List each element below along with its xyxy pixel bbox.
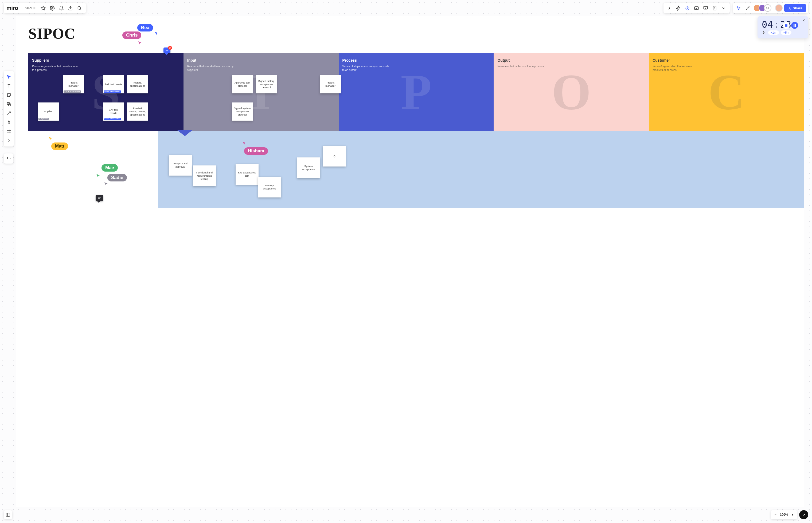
notifications-icon[interactable] [57, 4, 65, 12]
titlebar: miro SIPOC [4, 3, 86, 13]
col-customer[interactable]: C Customer Person/organization that rece… [649, 53, 804, 131]
board-title[interactable]: SIPOC [23, 6, 38, 10]
sticky-note[interactable]: Pre-FAT results, testers, specifications [127, 103, 148, 121]
svg-rect-12 [6, 513, 10, 516]
sticky-note[interactable]: Approved test protocol [232, 75, 253, 93]
zoom-value[interactable]: 100% [779, 513, 789, 517]
sticky-note[interactable]: Project manager [320, 75, 341, 93]
zoom-in-button[interactable]: + [790, 511, 795, 519]
undo-panel [4, 154, 13, 164]
sticky-note[interactable]: FAT test resultsSolver critical defect [103, 75, 124, 93]
voting-icon[interactable] [693, 4, 701, 12]
svg-point-0 [52, 7, 53, 9]
svg-point-6 [789, 7, 790, 8]
undo-button[interactable] [4, 155, 13, 162]
col-output[interactable]: O Output Resource that is the result of … [494, 53, 649, 131]
pen-tool[interactable] [4, 118, 13, 127]
cursor-chris: Chris [122, 32, 141, 39]
cursor-bea: Bea [137, 24, 153, 32]
board-canvas[interactable]: SIPOC Bea Chris Matt Mae Sadie Hisham 2 … [16, 16, 804, 507]
close-icon[interactable]: × [801, 18, 806, 23]
collaborator-avatars[interactable]: 12 [753, 4, 772, 12]
timer-widget[interactable]: × 04:23 +1m +5m [758, 16, 808, 38]
comment-marker[interactable]: 2 [163, 48, 170, 53]
sticky-note[interactable]: Supllier1–5 phases [38, 103, 59, 121]
more-icon[interactable] [720, 4, 728, 12]
sticky-note[interactable]: Functional and requirements testing [193, 165, 216, 186]
timer-add-1m[interactable]: +1m [768, 31, 779, 35]
export-icon[interactable] [66, 4, 74, 12]
timer-stop-button[interactable] [783, 22, 790, 29]
zoom-controls: − 100% + [771, 510, 797, 519]
sticky-note[interactable]: Site acceptance test [236, 164, 259, 185]
page-title: SIPOC [28, 25, 75, 42]
sticky-note[interactable]: SAT test resultsSolver critical defect [103, 103, 124, 121]
bottom-right: − 100% + ? [771, 510, 808, 519]
shape-tool[interactable] [4, 100, 13, 109]
timer-icon[interactable] [684, 4, 691, 12]
svg-rect-10 [7, 103, 10, 105]
timer-pause-button[interactable] [791, 22, 798, 29]
step-2[interactable] [374, 131, 589, 208]
svg-rect-3 [695, 6, 698, 10]
sticky-note[interactable]: Signed factory acceptance protocol [256, 75, 277, 93]
bolt-icon[interactable] [675, 4, 682, 12]
current-user-avatar[interactable] [775, 4, 783, 12]
col-process[interactable]: P Process Series of steps where an input… [339, 53, 494, 131]
comment-count: 2 [168, 46, 172, 50]
zoom-out-button[interactable]: − [773, 511, 778, 519]
step-3[interactable] [589, 131, 804, 208]
sound-icon[interactable] [762, 31, 766, 35]
svg-point-1 [78, 6, 81, 10]
sticky-note[interactable]: System acceptance [297, 158, 320, 178]
collab-panel: 12 Share [733, 3, 808, 13]
sticky-note[interactable]: IQ [323, 146, 346, 166]
process-arrow-icon [177, 130, 192, 136]
follow-cursor-icon[interactable] [735, 4, 743, 12]
search-icon[interactable] [75, 4, 83, 12]
svg-rect-11 [8, 104, 11, 106]
sticky-note[interactable]: Signed system acceptance protocol [232, 103, 253, 121]
collapse-icon[interactable] [666, 4, 673, 12]
help-button[interactable]: ? [799, 510, 808, 519]
sticky-note[interactable]: Project manager1, 2, 3, 4, 5–8 phases [63, 75, 84, 93]
facilitation-panel [663, 3, 730, 13]
present-icon[interactable] [702, 4, 709, 12]
settings-icon[interactable] [48, 4, 56, 12]
svg-rect-9 [795, 24, 796, 27]
text-tool[interactable] [4, 82, 13, 90]
sticky-note[interactable]: Test protocol approval [169, 155, 192, 176]
avatar-overflow-count[interactable]: 12 [764, 4, 772, 12]
line-tool[interactable] [4, 109, 13, 118]
cursor-sadie: Sadie [107, 174, 127, 181]
more-tools[interactable] [4, 136, 13, 145]
svg-rect-7 [785, 24, 788, 27]
star-icon[interactable] [39, 4, 47, 12]
frame-tool[interactable] [4, 127, 13, 136]
cursor-mae: Mae [102, 164, 118, 172]
svg-rect-8 [794, 24, 794, 27]
comment-marker[interactable] [96, 195, 103, 201]
reactions-icon[interactable] [744, 4, 751, 12]
timer-add-5m[interactable]: +5m [781, 31, 792, 35]
sticky-note[interactable]: Testers, specifications [127, 75, 148, 93]
top-right-cluster: 12 Share [663, 3, 808, 13]
sticky-note[interactable]: Factory acceptance [258, 177, 281, 197]
left-toolbar [4, 71, 14, 146]
select-tool[interactable] [4, 72, 13, 82]
share-label: Share [793, 6, 802, 10]
map-toggle[interactable] [4, 510, 12, 519]
sticky-tool[interactable] [4, 90, 13, 100]
notes-icon[interactable] [711, 4, 719, 12]
app-logo[interactable]: miro [6, 5, 21, 11]
share-button[interactable]: Share [784, 4, 806, 12]
